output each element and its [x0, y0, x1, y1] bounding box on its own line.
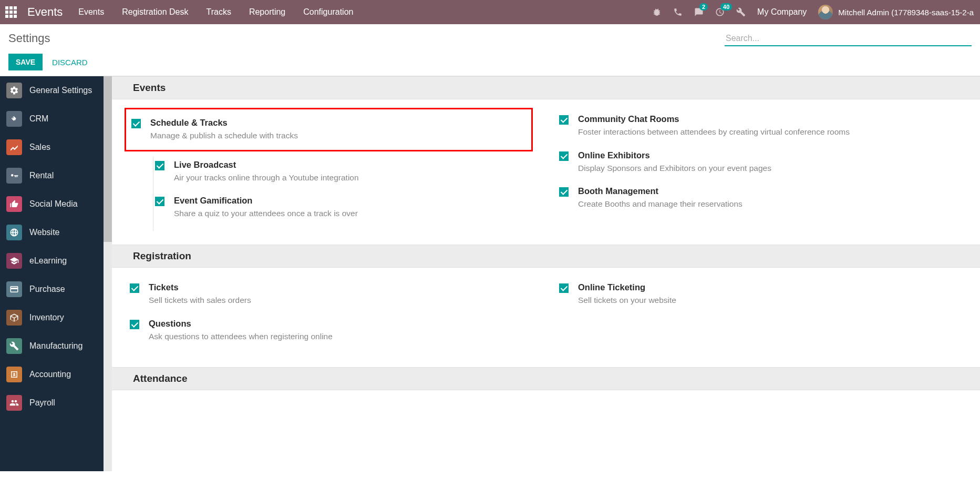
- setting-title: Questions: [149, 319, 333, 329]
- user-name: Mitchell Admin (17789348-saas-15-2-a: [838, 8, 974, 17]
- setting-title: Live Broadcast: [174, 160, 359, 170]
- card-icon: [6, 281, 22, 297]
- setting-live-broadcast: Live Broadcast Air your tracks online th…: [130, 157, 533, 193]
- sidebar-item-inventory[interactable]: Inventory: [0, 303, 112, 332]
- sidebar-item-purchase[interactable]: Purchase: [0, 275, 112, 303]
- checkbox-event-gamification[interactable]: [155, 197, 164, 206]
- chart-icon: [6, 139, 22, 155]
- checkbox-community-chat-rooms[interactable]: [559, 115, 569, 125]
- setting-desc: Ask questions to attendees when register…: [149, 331, 333, 342]
- setting-desc: Sell tickets on your website: [578, 295, 676, 306]
- sidebar-item-label: Sales: [29, 143, 50, 152]
- setting-booth-management: Booth Management Create Booths and manag…: [559, 183, 962, 219]
- menu-reporting[interactable]: Reporting: [249, 7, 285, 17]
- graduation-icon: [6, 253, 22, 269]
- messages-badge: 2: [699, 3, 708, 11]
- user-menu[interactable]: Mitchell Admin (17789348-saas-15-2-a: [818, 5, 974, 19]
- sidebar-item-general-settings[interactable]: General Settings: [0, 76, 112, 105]
- setting-online-ticketing: Online Ticketing Sell tickets on your we…: [559, 279, 962, 316]
- menu-configuration[interactable]: Configuration: [303, 7, 353, 17]
- setting-desc: Sell tickets with sales orders: [149, 295, 251, 306]
- sidebar-item-label: Manufacturing: [29, 341, 82, 351]
- setting-community-chat-rooms: Community Chat Rooms Foster interactions…: [559, 111, 962, 147]
- setting-desc: Share a quiz to your attendees once a tr…: [174, 208, 358, 219]
- setting-desc: Display Sponsors and Exhibitors on your …: [578, 163, 771, 174]
- checkbox-tickets[interactable]: [130, 283, 139, 293]
- setting-title: Booth Management: [578, 186, 742, 196]
- sidebar-item-sales[interactable]: Sales: [0, 133, 112, 161]
- menu-registration-desk[interactable]: Registration Desk: [122, 7, 188, 17]
- sidebar-item-label: Inventory: [29, 313, 64, 322]
- sidebar-item-social-media[interactable]: Social Media: [0, 190, 112, 218]
- sidebar-item-label: General Settings: [29, 86, 92, 95]
- setting-schedule-tracks: Schedule & Tracks Manage & publish a sch…: [126, 113, 531, 147]
- checkbox-questions[interactable]: [130, 320, 139, 329]
- menu-tracks[interactable]: Tracks: [206, 7, 231, 17]
- checkbox-online-ticketing[interactable]: [559, 283, 569, 293]
- phone-icon[interactable]: [673, 7, 683, 17]
- sidebar-item-label: Rental: [29, 171, 54, 180]
- checkbox-booth-management[interactable]: [559, 187, 569, 197]
- setting-title: Online Exhibitors: [578, 150, 771, 160]
- tools-icon[interactable]: [736, 7, 746, 17]
- page-title: Settings: [8, 32, 50, 45]
- top-navbar: Events Events Registration Desk Tracks R…: [0, 0, 980, 24]
- thumbsup-icon: [6, 196, 22, 212]
- sidebar-item-label: Website: [29, 228, 60, 237]
- setting-tickets: Tickets Sell tickets with sales orders: [130, 279, 533, 316]
- people-icon: [6, 395, 22, 411]
- checkbox-live-broadcast[interactable]: [155, 161, 164, 170]
- main-menu: Events Registration Desk Tracks Reportin…: [78, 7, 353, 17]
- checkbox-online-exhibitors[interactable]: [559, 151, 569, 161]
- sidebar-item-label: Social Media: [29, 199, 78, 209]
- gear-icon: [6, 83, 22, 98]
- checkbox-schedule-tracks[interactable]: [131, 119, 141, 128]
- activities-icon[interactable]: 40: [715, 7, 725, 17]
- money-icon: [6, 367, 22, 382]
- section-header-registration: Registration: [112, 245, 980, 268]
- sidebar-item-website[interactable]: Website: [0, 218, 112, 247]
- sidebar-item-rental[interactable]: Rental: [0, 161, 112, 190]
- control-panel: Settings SAVE DISCARD: [0, 24, 980, 76]
- setting-questions: Questions Ask questions to attendees whe…: [130, 316, 533, 352]
- section-header-attendance: Attendance: [112, 367, 980, 390]
- sidebar-item-label: Accounting: [29, 370, 71, 379]
- section-header-events: Events: [112, 76, 980, 99]
- box-icon: [6, 310, 22, 326]
- setting-online-exhibitors: Online Exhibitors Display Sponsors and E…: [559, 147, 962, 184]
- settings-sidebar: General Settings CRM Sales Rental Social…: [0, 76, 112, 471]
- sidebar-item-label: eLearning: [29, 256, 67, 266]
- messages-icon[interactable]: 2: [694, 7, 704, 17]
- activities-badge: 40: [720, 3, 732, 11]
- key-icon: [6, 168, 22, 184]
- sidebar-item-crm[interactable]: CRM: [0, 105, 112, 133]
- debug-icon[interactable]: [652, 7, 662, 17]
- sidebar-item-label: CRM: [29, 114, 48, 124]
- company-selector[interactable]: My Company: [757, 7, 807, 17]
- setting-title: Event Gamification: [174, 196, 358, 206]
- setting-desc: Manage & publish a schedule with tracks: [150, 130, 298, 141]
- setting-desc: Create Booths and manage their reservati…: [578, 198, 742, 210]
- handshake-icon: [6, 111, 22, 127]
- save-button[interactable]: SAVE: [8, 54, 43, 70]
- sidebar-item-elearning[interactable]: eLearning: [0, 247, 112, 275]
- setting-title: Online Ticketing: [578, 282, 676, 292]
- app-brand[interactable]: Events: [27, 5, 63, 19]
- setting-title: Community Chat Rooms: [578, 114, 850, 124]
- setting-title: Tickets: [149, 282, 251, 292]
- menu-events[interactable]: Events: [78, 7, 104, 17]
- sidebar-item-accounting[interactable]: Accounting: [0, 360, 112, 389]
- settings-content: Events Schedule & Tracks Manage & publis…: [112, 76, 980, 471]
- sidebar-item-label: Purchase: [29, 285, 65, 294]
- sidebar-item-manufacturing[interactable]: Manufacturing: [0, 332, 112, 360]
- sidebar-scrollbar[interactable]: [104, 76, 112, 471]
- discard-button[interactable]: DISCARD: [52, 58, 88, 67]
- setting-event-gamification: Event Gamification Share a quiz to your …: [130, 192, 533, 229]
- sidebar-item-payroll[interactable]: Payroll: [0, 389, 112, 417]
- setting-desc: Air your tracks online through a Youtube…: [174, 172, 359, 184]
- search-input[interactable]: [725, 32, 972, 46]
- setting-desc: Foster interactions between attendees by…: [578, 126, 850, 138]
- wrench-icon: [6, 338, 22, 354]
- avatar-icon: [818, 5, 833, 19]
- apps-icon[interactable]: [5, 6, 17, 18]
